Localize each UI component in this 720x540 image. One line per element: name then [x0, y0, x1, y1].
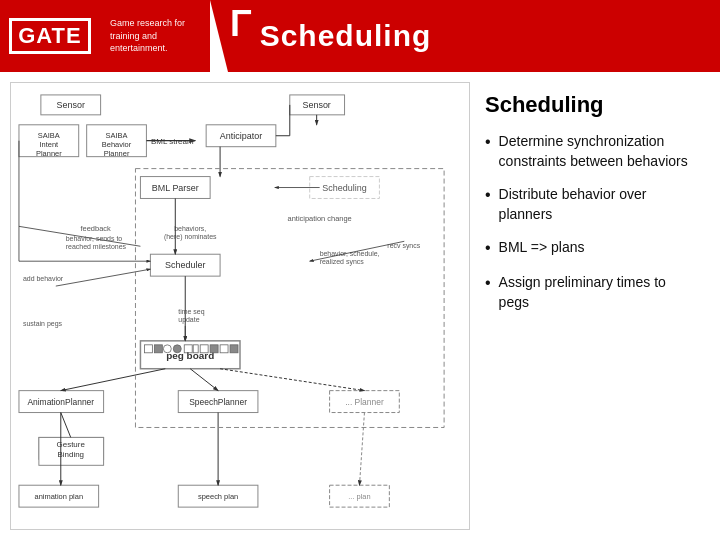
bullet-item-3: BML => plans — [485, 238, 700, 259]
header: GATE Game research for training and ente… — [0, 0, 720, 72]
svg-line-75 — [220, 369, 364, 391]
svg-line-78 — [359, 413, 364, 486]
svg-text:SpeechPlanner: SpeechPlanner — [189, 397, 247, 407]
svg-text:AnimationPlanner: AnimationPlanner — [27, 397, 94, 407]
svg-text:Binding: Binding — [57, 450, 84, 459]
svg-text:... plan: ... plan — [348, 492, 370, 501]
svg-text:update: update — [178, 316, 199, 324]
text-area: Scheduling Determine synchronization con… — [480, 82, 710, 530]
svg-text:peg board: peg board — [166, 350, 214, 361]
svg-line-36 — [56, 269, 151, 286]
bullet-text-3: BML => plans — [499, 238, 585, 258]
svg-text:feedback: feedback — [81, 224, 112, 233]
header-title-section: Γ Scheduling — [210, 0, 720, 72]
svg-text:anticipation change: anticipation change — [288, 214, 352, 223]
svg-rect-44 — [154, 345, 162, 353]
svg-text:Anticipator: Anticipator — [220, 131, 262, 141]
svg-text:time seq: time seq — [178, 308, 204, 316]
svg-text:speech plan: speech plan — [198, 492, 238, 501]
main-content: Sensor SAIBA Intent Planner SAIBA Behavi… — [0, 72, 720, 540]
svg-text:Planner: Planner — [36, 149, 62, 158]
svg-text:Intent: Intent — [40, 140, 60, 149]
logo-area: GATE — [0, 0, 100, 72]
diagram-svg: Sensor SAIBA Intent Planner SAIBA Behavi… — [11, 83, 469, 529]
svg-text:add behavior: add behavior — [23, 275, 64, 282]
logo-box: GATE — [9, 18, 90, 54]
svg-text:SAIBA: SAIBA — [38, 131, 60, 140]
svg-text:SAIBA: SAIBA — [106, 131, 128, 140]
svg-rect-82 — [135, 169, 444, 428]
bullet-list: Determine synchronization constraints be… — [485, 132, 700, 326]
svg-text:Sensor: Sensor — [302, 100, 330, 110]
bullet-item-4: Assign preliminary times to pegs — [485, 273, 700, 312]
svg-text:behavior, schedule,: behavior, schedule, — [320, 250, 380, 257]
tagline: Game research for training and entertain… — [100, 0, 210, 72]
svg-text:Scheduling: Scheduling — [322, 183, 366, 193]
svg-text:animation plan: animation plan — [35, 492, 83, 501]
svg-rect-52 — [230, 345, 238, 353]
svg-text:behavior, sends to: behavior, sends to — [66, 235, 123, 242]
svg-text:behaviors,: behaviors, — [174, 225, 206, 232]
bullet-text-2: Distribute behavior over planners — [499, 185, 700, 224]
svg-line-74 — [190, 369, 218, 391]
svg-line-73 — [61, 369, 166, 391]
bracket-icon: Γ — [230, 0, 252, 42]
bullet-item-1: Determine synchronization constraints be… — [485, 132, 700, 171]
svg-text:realized syncs: realized syncs — [320, 258, 365, 266]
svg-line-79 — [61, 413, 71, 438]
header-title: Scheduling — [260, 19, 432, 53]
diagram-area: Sensor SAIBA Intent Planner SAIBA Behavi… — [10, 82, 470, 530]
svg-text:Behavior: Behavior — [102, 140, 132, 149]
svg-text:Scheduler: Scheduler — [165, 260, 205, 270]
svg-point-46 — [173, 345, 181, 353]
bullet-text-4: Assign preliminary times to pegs — [499, 273, 700, 312]
svg-text:(here) nominates: (here) nominates — [164, 233, 217, 241]
svg-text:... Planner: ... Planner — [345, 397, 384, 407]
section-title: Scheduling — [485, 92, 700, 118]
svg-text:Sensor: Sensor — [57, 100, 85, 110]
bullet-text-1: Determine synchronization constraints be… — [499, 132, 700, 171]
svg-text:reached milestones: reached milestones — [66, 243, 127, 250]
svg-text:sustain pegs: sustain pegs — [23, 320, 63, 328]
svg-text:Planner: Planner — [104, 149, 130, 158]
svg-text:BML Parser: BML Parser — [152, 183, 199, 193]
svg-text:recv syncs: recv syncs — [387, 242, 420, 250]
bullet-item-2: Distribute behavior over planners — [485, 185, 700, 224]
svg-rect-50 — [210, 345, 218, 353]
